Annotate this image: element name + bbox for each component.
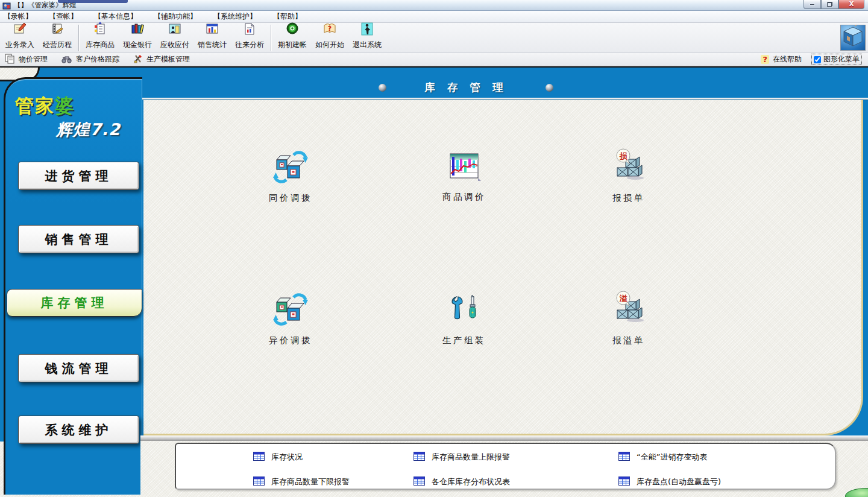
report-warehouse-distribution[interactable]: 各仓库库存分布状况表 bbox=[414, 476, 510, 487]
section-header: 库 存 管 理 bbox=[379, 80, 553, 95]
brand-logo: 管家婆 bbox=[15, 93, 142, 119]
menu-basic-info[interactable]: 【基本信息】 bbox=[94, 11, 137, 22]
sidebar-item-system-maintenance[interactable]: 系统维护 bbox=[18, 416, 139, 444]
table-icon bbox=[253, 452, 265, 463]
toolbar-initial-setup[interactable]: 期初建帐 bbox=[274, 24, 311, 52]
menu-aux-functions[interactable]: 【辅助功能】 bbox=[154, 11, 197, 22]
menu-item-overflow-report[interactable]: 溢 报溢单 bbox=[583, 291, 674, 346]
toolbar-receivable-payable[interactable]: 应收应付 bbox=[156, 24, 193, 52]
report-omni-change-table[interactable]: “全能”进销存变动表 bbox=[618, 452, 707, 463]
sidebar-item-purchase[interactable]: 进货管理 bbox=[18, 162, 139, 190]
receivable-payable-icon bbox=[168, 22, 182, 38]
overflow-boxes-icon: 溢 bbox=[611, 291, 646, 329]
toolbar-business-entry[interactable]: 业务录入 bbox=[1, 24, 39, 52]
report-panel: 库存状况 库存商品数量上限报警 “全能”进销存变动表 库存商品数量下限报警 各仓… bbox=[175, 443, 836, 490]
ledger-icon bbox=[50, 22, 64, 38]
table-icon bbox=[618, 476, 630, 487]
graphic-menu-toggle[interactable]: 图形化菜单 bbox=[811, 54, 862, 65]
how-to-start-icon: ? bbox=[322, 22, 337, 38]
pen-note-icon bbox=[13, 22, 27, 38]
sidebar-item-cash-flow[interactable]: 钱流管理 bbox=[18, 354, 139, 382]
menu-item-goods-price-adjust[interactable]: 商品调价 bbox=[419, 151, 509, 203]
menu-item-loss-report[interactable]: 损 报损单 bbox=[583, 148, 674, 204]
report-lower-limit-alert[interactable]: 库存商品数量下限报警 bbox=[253, 476, 350, 487]
restore-button[interactable] bbox=[821, 0, 838, 9]
menu-item-same-price-transfer[interactable]: 同价调拨 bbox=[245, 150, 336, 204]
svg-text:损: 损 bbox=[619, 151, 628, 160]
toolbar: 业务录入 经营历程 库存商品 现金银行 应收应付 销售统计 往来分析 bbox=[0, 23, 868, 53]
toolbar-exit-system[interactable]: 退出系统 bbox=[348, 24, 386, 52]
template-tools-icon bbox=[133, 54, 143, 66]
menu-system-maintenance[interactable]: 【系统维护】 bbox=[213, 11, 257, 22]
svg-text:?: ? bbox=[328, 25, 332, 33]
toolbar-separator bbox=[78, 25, 79, 51]
application-window: 【】《管家婆》辉煌 X 【录帐】 【查帐】 【基本信息】 【辅助功能】 【系统维… bbox=[0, 0, 868, 497]
sidebar: 管家婆 辉煌7.2 进货管理 销售管理 库存管理 钱流管理 系统维护 bbox=[4, 77, 142, 495]
title-bar: 【】《管家婆》辉煌 X bbox=[0, 0, 868, 11]
tracking-scope-icon bbox=[61, 54, 73, 66]
quickbar-production-template[interactable]: 生产模板管理 bbox=[133, 54, 190, 66]
analysis-doc-icon bbox=[242, 22, 257, 38]
init-account-icon bbox=[285, 22, 300, 38]
sidebar-item-inventory[interactable]: 库存管理 bbox=[7, 289, 142, 317]
toolbar-sales-statistics[interactable]: 销售统计 bbox=[193, 24, 231, 52]
sphere-bullet-icon bbox=[546, 84, 553, 92]
warehouse-transfer-diff-icon bbox=[273, 292, 308, 329]
main-region: 库 存 管 理 同价调拨 bbox=[0, 66, 868, 497]
cube-icon bbox=[842, 25, 864, 50]
close-button[interactable]: X bbox=[838, 0, 864, 9]
price-chart-icon bbox=[447, 151, 481, 186]
quickbar-customer-price-tracking[interactable]: 客户价格跟踪 bbox=[61, 54, 119, 66]
brand-version: 辉煌7.2 bbox=[56, 119, 142, 141]
toolbar-how-to-start[interactable]: ? 如何开始 bbox=[311, 24, 348, 52]
tools-icon bbox=[447, 293, 481, 329]
titlebar-accent bbox=[58, 0, 128, 3]
toolbar-business-history[interactable]: 经营历程 bbox=[39, 24, 76, 52]
graphic-menu-checkbox[interactable] bbox=[814, 56, 821, 63]
help-question-icon: ? bbox=[761, 55, 769, 64]
toolbar-transaction-analysis[interactable]: 往来分析 bbox=[231, 24, 268, 52]
cash-bank-icon bbox=[130, 22, 145, 38]
menu-item-diff-price-transfer[interactable]: 异价调拨 bbox=[245, 292, 336, 346]
warehouse-transfer-icon bbox=[273, 150, 308, 187]
close-icon: X bbox=[849, 1, 854, 7]
table-icon bbox=[253, 476, 265, 487]
sales-chart-icon bbox=[205, 22, 219, 38]
toolbar-cash-bank[interactable]: 现金银行 bbox=[119, 24, 156, 52]
sidebar-item-sales[interactable]: 销售管理 bbox=[18, 225, 139, 253]
report-inventory-status[interactable]: 库存状况 bbox=[253, 452, 303, 463]
restore-icon bbox=[827, 2, 832, 7]
minimize-icon bbox=[810, 4, 815, 5]
section-title: 库 存 管 理 bbox=[424, 80, 507, 95]
quick-bar: 物价管理 客户价格跟踪 生产模板管理 ? 在线帮助 图形化菜单 bbox=[0, 53, 868, 66]
brand-cube-button[interactable] bbox=[840, 25, 866, 51]
report-stocktaking[interactable]: 库存盘点(自动盘赢盘亏) bbox=[618, 476, 721, 487]
menu-query[interactable]: 【查帐】 bbox=[49, 11, 78, 22]
table-icon bbox=[414, 476, 425, 487]
online-help-link[interactable]: ? 在线帮助 bbox=[761, 54, 802, 65]
exit-system-icon bbox=[360, 22, 374, 38]
svg-text:溢: 溢 bbox=[620, 294, 628, 303]
header-underline bbox=[101, 98, 868, 100]
menu-help[interactable]: 【帮助】 bbox=[273, 11, 302, 22]
quickbar-price-management[interactable]: 物价管理 bbox=[5, 54, 48, 66]
minimize-button[interactable] bbox=[804, 0, 821, 9]
app-icon bbox=[2, 1, 11, 10]
table-icon bbox=[414, 452, 425, 463]
toolbar-inventory-goods[interactable]: 库存商品 bbox=[81, 24, 119, 52]
goods-list-icon bbox=[93, 22, 107, 38]
menu-record[interactable]: 【录帐】 bbox=[4, 11, 33, 22]
toolbar-separator bbox=[271, 25, 271, 51]
table-icon bbox=[618, 452, 630, 463]
loss-boxes-icon: 损 bbox=[611, 148, 646, 187]
menu-item-production-assembly[interactable]: 生产组装 bbox=[419, 293, 509, 346]
copy-pages-icon bbox=[5, 54, 16, 66]
horizontal-divider bbox=[140, 435, 868, 441]
report-upper-limit-alert[interactable]: 库存商品数量上限报警 bbox=[414, 452, 510, 463]
sphere-bullet-icon bbox=[379, 84, 386, 92]
